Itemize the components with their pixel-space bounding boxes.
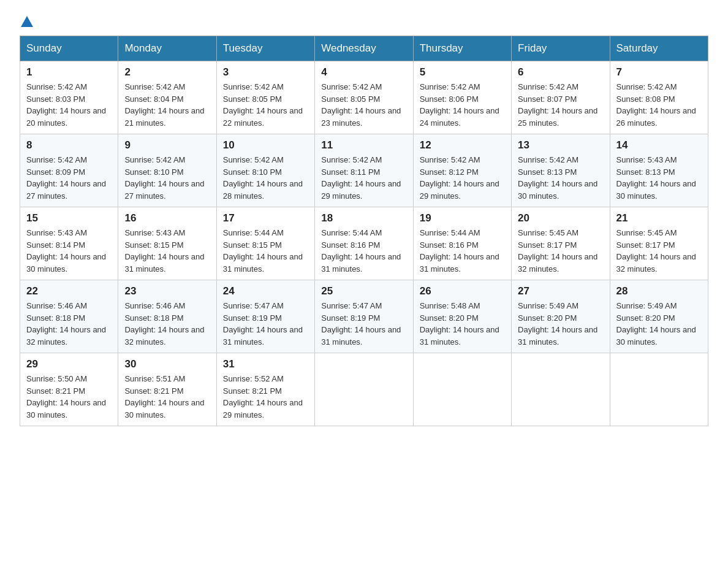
- calendar-week-row: 29Sunrise: 5:50 AMSunset: 8:21 PMDayligh…: [20, 353, 708, 426]
- day-info: Sunrise: 5:42 AMSunset: 8:09 PMDaylight:…: [26, 154, 112, 202]
- day-info: Sunrise: 5:46 AMSunset: 8:18 PMDaylight:…: [124, 300, 210, 348]
- day-info: Sunrise: 5:43 AMSunset: 8:14 PMDaylight:…: [26, 227, 112, 275]
- day-number: 16: [124, 212, 210, 224]
- day-info: Sunrise: 5:44 AMSunset: 8:16 PMDaylight:…: [321, 227, 406, 275]
- day-number: 22: [26, 285, 112, 297]
- calendar-cell: 8Sunrise: 5:42 AMSunset: 8:09 PMDaylight…: [20, 134, 118, 207]
- day-info: Sunrise: 5:42 AMSunset: 8:10 PMDaylight:…: [124, 154, 210, 202]
- column-header-sunday: Sunday: [20, 36, 118, 61]
- day-info: Sunrise: 5:42 AMSunset: 8:07 PMDaylight:…: [518, 81, 603, 129]
- calendar-cell: [413, 353, 511, 426]
- calendar-cell: [610, 353, 708, 426]
- calendar-cell: 29Sunrise: 5:50 AMSunset: 8:21 PMDayligh…: [20, 353, 118, 426]
- day-info: Sunrise: 5:44 AMSunset: 8:16 PMDaylight:…: [420, 227, 505, 275]
- day-number: 12: [420, 139, 505, 151]
- day-number: 28: [616, 285, 702, 297]
- calendar-cell: 15Sunrise: 5:43 AMSunset: 8:14 PMDayligh…: [20, 207, 118, 280]
- day-number: 13: [518, 139, 603, 151]
- day-number: 14: [616, 139, 702, 151]
- column-header-friday: Friday: [512, 36, 610, 61]
- day-number: 31: [223, 358, 308, 370]
- calendar-cell: 6Sunrise: 5:42 AMSunset: 8:07 PMDaylight…: [512, 61, 610, 134]
- calendar-cell: 25Sunrise: 5:47 AMSunset: 8:19 PMDayligh…: [315, 280, 413, 353]
- day-number: 27: [518, 285, 603, 297]
- calendar-cell: 21Sunrise: 5:45 AMSunset: 8:17 PMDayligh…: [610, 207, 708, 280]
- calendar-cell: 31Sunrise: 5:52 AMSunset: 8:21 PMDayligh…: [216, 353, 314, 426]
- calendar-cell: 27Sunrise: 5:49 AMSunset: 8:20 PMDayligh…: [512, 280, 610, 353]
- page-header: [20, 15, 708, 28]
- calendar-cell: 11Sunrise: 5:42 AMSunset: 8:11 PMDayligh…: [315, 134, 413, 207]
- day-info: Sunrise: 5:42 AMSunset: 8:13 PMDaylight:…: [518, 154, 603, 202]
- day-number: 23: [124, 285, 210, 297]
- calendar-cell: 1Sunrise: 5:42 AMSunset: 8:03 PMDaylight…: [20, 61, 118, 134]
- day-number: 8: [26, 139, 112, 151]
- day-number: 17: [223, 212, 308, 224]
- day-info: Sunrise: 5:47 AMSunset: 8:19 PMDaylight:…: [321, 300, 406, 348]
- day-number: 1: [26, 66, 112, 79]
- calendar-cell: [315, 353, 413, 426]
- day-info: Sunrise: 5:42 AMSunset: 8:08 PMDaylight:…: [616, 81, 702, 129]
- calendar-cell: 23Sunrise: 5:46 AMSunset: 8:18 PMDayligh…: [118, 280, 216, 353]
- day-info: Sunrise: 5:42 AMSunset: 8:05 PMDaylight:…: [223, 81, 308, 129]
- calendar-cell: 28Sunrise: 5:49 AMSunset: 8:20 PMDayligh…: [610, 280, 708, 353]
- day-number: 25: [321, 285, 406, 297]
- calendar-cell: 5Sunrise: 5:42 AMSunset: 8:06 PMDaylight…: [413, 61, 511, 134]
- day-info: Sunrise: 5:49 AMSunset: 8:20 PMDaylight:…: [518, 300, 603, 348]
- calendar-cell: 26Sunrise: 5:48 AMSunset: 8:20 PMDayligh…: [413, 280, 511, 353]
- day-info: Sunrise: 5:42 AMSunset: 8:06 PMDaylight:…: [420, 81, 505, 129]
- day-number: 7: [616, 66, 702, 79]
- day-info: Sunrise: 5:51 AMSunset: 8:21 PMDaylight:…: [124, 373, 210, 421]
- calendar-cell: 7Sunrise: 5:42 AMSunset: 8:08 PMDaylight…: [610, 61, 708, 134]
- day-number: 15: [26, 212, 112, 224]
- day-number: 26: [420, 285, 505, 297]
- logo-triangle-icon: [21, 16, 33, 27]
- calendar-cell: 2Sunrise: 5:42 AMSunset: 8:04 PMDaylight…: [118, 61, 216, 134]
- calendar-cell: 30Sunrise: 5:51 AMSunset: 8:21 PMDayligh…: [118, 353, 216, 426]
- column-header-thursday: Thursday: [413, 36, 511, 61]
- calendar-cell: 20Sunrise: 5:45 AMSunset: 8:17 PMDayligh…: [512, 207, 610, 280]
- day-info: Sunrise: 5:50 AMSunset: 8:21 PMDaylight:…: [26, 373, 112, 421]
- day-info: Sunrise: 5:52 AMSunset: 8:21 PMDaylight:…: [223, 373, 308, 421]
- calendar-cell: 4Sunrise: 5:42 AMSunset: 8:05 PMDaylight…: [315, 61, 413, 134]
- day-number: 10: [223, 139, 308, 151]
- calendar-cell: 12Sunrise: 5:42 AMSunset: 8:12 PMDayligh…: [413, 134, 511, 207]
- day-number: 21: [616, 212, 702, 224]
- day-info: Sunrise: 5:42 AMSunset: 8:10 PMDaylight:…: [223, 154, 308, 202]
- day-number: 20: [518, 212, 603, 224]
- calendar-cell: 22Sunrise: 5:46 AMSunset: 8:18 PMDayligh…: [20, 280, 118, 353]
- calendar-cell: [512, 353, 610, 426]
- calendar-cell: 18Sunrise: 5:44 AMSunset: 8:16 PMDayligh…: [315, 207, 413, 280]
- calendar-cell: 16Sunrise: 5:43 AMSunset: 8:15 PMDayligh…: [118, 207, 216, 280]
- calendar-cell: 14Sunrise: 5:43 AMSunset: 8:13 PMDayligh…: [610, 134, 708, 207]
- day-number: 24: [223, 285, 308, 297]
- day-info: Sunrise: 5:47 AMSunset: 8:19 PMDaylight:…: [223, 300, 308, 348]
- day-number: 18: [321, 212, 406, 224]
- calendar-cell: 13Sunrise: 5:42 AMSunset: 8:13 PMDayligh…: [512, 134, 610, 207]
- calendar-cell: 24Sunrise: 5:47 AMSunset: 8:19 PMDayligh…: [216, 280, 314, 353]
- day-number: 11: [321, 139, 406, 151]
- day-info: Sunrise: 5:42 AMSunset: 8:05 PMDaylight:…: [321, 81, 406, 129]
- calendar-week-row: 8Sunrise: 5:42 AMSunset: 8:09 PMDaylight…: [20, 134, 708, 207]
- calendar-cell: 3Sunrise: 5:42 AMSunset: 8:05 PMDaylight…: [216, 61, 314, 134]
- day-number: 4: [321, 66, 406, 79]
- day-number: 9: [124, 139, 210, 151]
- day-info: Sunrise: 5:42 AMSunset: 8:12 PMDaylight:…: [420, 154, 505, 202]
- day-info: Sunrise: 5:43 AMSunset: 8:13 PMDaylight:…: [616, 154, 702, 202]
- calendar-cell: 17Sunrise: 5:44 AMSunset: 8:15 PMDayligh…: [216, 207, 314, 280]
- day-info: Sunrise: 5:45 AMSunset: 8:17 PMDaylight:…: [518, 227, 603, 275]
- calendar-week-row: 1Sunrise: 5:42 AMSunset: 8:03 PMDaylight…: [20, 61, 708, 134]
- day-number: 19: [420, 212, 505, 224]
- logo: [20, 15, 34, 28]
- column-header-monday: Monday: [118, 36, 216, 61]
- day-number: 3: [223, 66, 308, 79]
- day-info: Sunrise: 5:45 AMSunset: 8:17 PMDaylight:…: [616, 227, 702, 275]
- day-info: Sunrise: 5:44 AMSunset: 8:15 PMDaylight:…: [223, 227, 308, 275]
- day-info: Sunrise: 5:42 AMSunset: 8:04 PMDaylight:…: [124, 81, 210, 129]
- day-info: Sunrise: 5:46 AMSunset: 8:18 PMDaylight:…: [26, 300, 112, 348]
- calendar-week-row: 22Sunrise: 5:46 AMSunset: 8:18 PMDayligh…: [20, 280, 708, 353]
- day-number: 6: [518, 66, 603, 79]
- calendar-table: SundayMondayTuesdayWednesdayThursdayFrid…: [20, 36, 708, 426]
- column-header-tuesday: Tuesday: [216, 36, 314, 61]
- calendar-cell: 19Sunrise: 5:44 AMSunset: 8:16 PMDayligh…: [413, 207, 511, 280]
- calendar-week-row: 15Sunrise: 5:43 AMSunset: 8:14 PMDayligh…: [20, 207, 708, 280]
